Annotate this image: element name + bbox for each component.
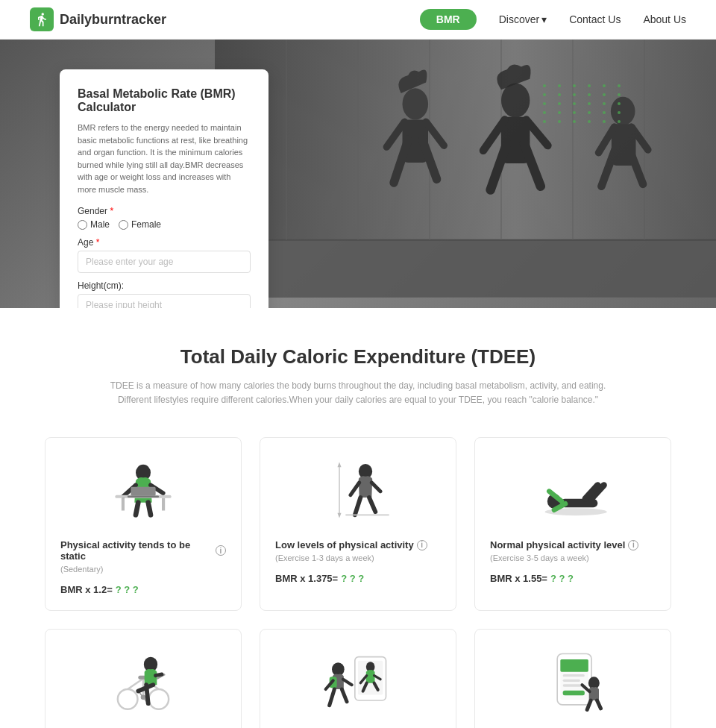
hero-image — [215, 40, 716, 298]
weight-check-svg — [536, 648, 610, 715]
brand-name: Dailyburntracker — [60, 12, 166, 28]
activity-card-intense: Intense physical activity i (Long hours … — [260, 629, 456, 728]
female-radio-input[interactable] — [119, 220, 128, 230]
age-group: Age * — [78, 237, 251, 273]
svg-rect-34 — [131, 487, 155, 496]
low-svg — [321, 456, 395, 524]
activity-card-sedentary: Physical activity tends to be static i (… — [45, 437, 242, 611]
tdee-section: Total Daily Caloric Expenditure (TDEE) T… — [0, 308, 716, 728]
svg-line-89 — [587, 700, 591, 710]
svg-rect-2 — [215, 240, 716, 298]
dots-decoration — [543, 84, 626, 123]
female-radio[interactable]: Female — [119, 219, 161, 230]
svg-point-16 — [501, 84, 530, 118]
bmr-formula-sedentary: BMR x 1.2= ? ? ? — [60, 584, 139, 595]
svg-line-78 — [342, 689, 347, 702]
svg-point-54 — [118, 689, 138, 709]
svg-point-55 — [149, 689, 169, 709]
age-label: Age * — [78, 237, 251, 248]
svg-rect-86 — [563, 685, 583, 687]
card-sub-sedentary: (Sedentary) — [60, 565, 103, 574]
svg-rect-83 — [560, 659, 588, 672]
height-group: Height(cm): — [78, 280, 251, 308]
intense-svg — [321, 648, 395, 715]
low-illustration — [275, 453, 441, 527]
gender-group: Gender * Male Female — [78, 206, 251, 230]
chevron-down-icon: ▾ — [541, 13, 547, 25]
svg-rect-87 — [563, 691, 585, 696]
brand-logo[interactable]: Dailyburntracker — [30, 7, 166, 31]
info-icon-low[interactable]: i — [417, 540, 427, 550]
logo-icon — [30, 7, 54, 31]
svg-line-43 — [369, 498, 375, 512]
weight-check-card: Want to know if you're the right weight?… — [474, 629, 671, 728]
info-icon-sedentary[interactable]: i — [216, 545, 226, 556]
tdee-description: TDEE is a measure of how many calories t… — [104, 379, 612, 407]
svg-line-44 — [351, 483, 359, 495]
sedentary-svg — [106, 456, 180, 524]
svg-point-10 — [403, 88, 429, 119]
high-illustration — [60, 644, 226, 719]
gender-label: Gender * — [78, 206, 251, 216]
discover-nav-link[interactable]: Discover ▾ — [499, 13, 547, 25]
svg-point-75 — [332, 663, 345, 677]
bmr-formula-normal: BMR x 1.55= ? ? ? — [490, 573, 574, 584]
male-label: Male — [90, 219, 110, 230]
weight-check-illustration — [490, 644, 656, 719]
bmr-formula-low: BMR x 1.375= ? ? ? — [275, 573, 364, 584]
qmarks-low: ? ? ? — [341, 573, 364, 584]
svg-marker-40 — [338, 513, 342, 518]
bmr-card-description: BMR refers to the energy needed to maint… — [78, 122, 251, 195]
svg-rect-35 — [128, 496, 159, 498]
intense-illustration — [275, 644, 441, 719]
age-input[interactable] — [78, 251, 251, 273]
svg-line-90 — [597, 700, 601, 709]
svg-line-37 — [148, 503, 151, 515]
qmarks-normal: ? ? ? — [550, 573, 574, 584]
qmarks-sedentary: ? ? ? — [116, 584, 139, 595]
hero-section: Basal Metabolic Rate (BMR) Calculator BM… — [0, 40, 716, 308]
about-nav-link[interactable]: About Us — [643, 13, 686, 25]
svg-line-80 — [343, 680, 352, 685]
male-radio[interactable]: Male — [78, 219, 110, 230]
activity-card-high: High level of physical activity i (Exerc… — [45, 629, 242, 728]
card-title-normal: Normal physical activity level i — [490, 539, 638, 550]
svg-line-42 — [355, 498, 361, 515]
card-title-sedentary: Physical activity tends to be static i — [60, 539, 226, 562]
bmr-nav-button[interactable]: BMR — [420, 9, 477, 30]
activity-card-low: Low levels of physical activity i (Exerc… — [260, 437, 456, 611]
svg-rect-84 — [563, 674, 585, 677]
svg-line-45 — [371, 483, 380, 492]
bmr-card-title: Basal Metabolic Rate (BMR) Calculator — [78, 87, 251, 114]
activity-card-normal: Normal physical activity level i (Exerci… — [474, 437, 671, 611]
high-svg — [106, 648, 180, 715]
height-input[interactable] — [78, 294, 251, 308]
male-radio-input[interactable] — [78, 220, 87, 230]
card-sub-normal: (Exercise 3-5 days a week) — [490, 553, 589, 562]
height-label: Height(cm): — [78, 280, 251, 291]
svg-marker-39 — [338, 462, 342, 468]
svg-line-67 — [138, 685, 153, 691]
svg-rect-33 — [162, 498, 165, 511]
svg-line-65 — [156, 674, 162, 676]
tdee-title: Total Daily Caloric Expenditure (TDEE) — [45, 345, 671, 368]
card-sub-low: (Exercise 1-3 days a week) — [275, 553, 374, 562]
normal-illustration — [490, 453, 656, 527]
normal-svg — [536, 456, 610, 524]
card-title-low: Low levels of physical activity i — [275, 539, 427, 550]
sedentary-illustration — [60, 453, 226, 527]
activity-grid: Physical activity tends to be static i (… — [45, 437, 671, 728]
navbar: Dailyburntracker BMR Discover ▾ Contact … — [0, 0, 716, 40]
svg-rect-85 — [563, 680, 580, 682]
female-label: Female — [131, 219, 161, 230]
gender-radio-group: Male Female — [78, 219, 251, 230]
info-icon-normal[interactable]: i — [628, 540, 638, 550]
nav-links: BMR Discover ▾ Contact Us About Us — [420, 9, 686, 30]
bmr-calculator-card: Basal Metabolic Rate (BMR) Calculator BM… — [60, 69, 268, 308]
svg-rect-32 — [122, 498, 125, 511]
contact-nav-link[interactable]: Contact Us — [569, 13, 621, 25]
svg-line-77 — [330, 689, 335, 706]
svg-line-36 — [136, 503, 138, 515]
